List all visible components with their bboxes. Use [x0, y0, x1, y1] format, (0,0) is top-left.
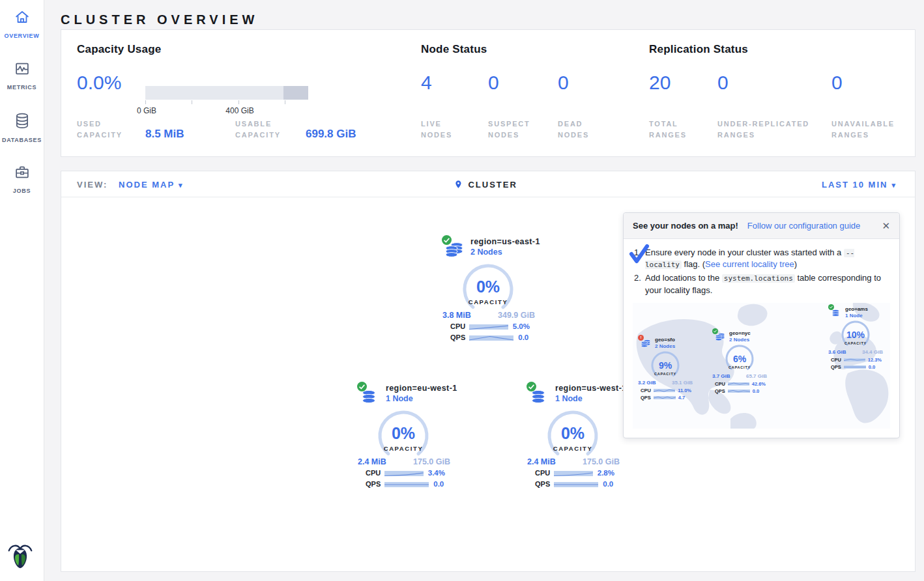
cockroach-logo[interactable]: [5, 541, 35, 571]
node-map-group-us-west-1[interactable]: region=us-west-1 1 Node 0% CAPACITY 2.4 …: [517, 384, 628, 492]
sidebar-item-databases[interactable]: DATABASES: [0, 112, 44, 145]
live-nodes-value: 4: [421, 72, 432, 94]
used-capacity-value: 8.5 MiB: [145, 128, 184, 141]
capacity-label: CAPACITY: [710, 365, 770, 369]
time-range-value: LAST 10 MIN: [822, 180, 888, 190]
capacity-used: 3.7 GiB: [712, 373, 730, 379]
step-text: Add locations to the system.locations ta…: [645, 272, 889, 296]
page-title: CLUSTER OVERVIEW: [61, 12, 258, 27]
qps-value: 0.0: [433, 480, 444, 488]
qps-sparkline: [469, 334, 513, 341]
node-count-link[interactable]: 1 Node: [555, 394, 627, 403]
capacity-total: 34.4 GiB: [862, 349, 883, 355]
cpu-label: CPU: [535, 469, 550, 477]
node-map-group-us-east-1[interactable]: region=us-east-1 2 Nodes 0% CAPACITY 3.8…: [433, 237, 543, 345]
region-label: region=us-west-1: [555, 384, 627, 393]
region-label: region=us-east-1: [470, 237, 540, 246]
node-count-link[interactable]: 1 Node: [386, 394, 457, 403]
cpu-value: 2.8%: [598, 469, 614, 477]
popup-header: See your nodes on a map! Follow our conf…: [624, 213, 899, 239]
under-replicated-label: UNDER-REPLICATED RANGES: [717, 119, 828, 141]
usable-capacity-value: 699.8 GiB: [306, 128, 356, 141]
close-icon[interactable]: ✕: [882, 220, 890, 232]
node-count: 1 Node: [845, 313, 868, 319]
cpu-value: 12.3%: [868, 357, 882, 363]
capacity-used: 3.8 MiB: [442, 311, 471, 320]
view-dropdown-value: NODE MAP: [119, 180, 175, 190]
blue-check-icon: [629, 244, 650, 264]
cpu-sparkline: [384, 470, 424, 477]
time-range-dropdown[interactable]: LAST 10 MIN▾: [822, 180, 897, 190]
cpu-sparkline: [469, 323, 508, 330]
region-label: geo=ams: [845, 306, 868, 312]
unavailable-label: UNAVAILABLE RANGES: [831, 119, 910, 141]
jobs-icon: [14, 164, 31, 180]
qps-label: QPS: [366, 480, 381, 488]
axis-tick-label: 0 GiB: [137, 106, 156, 115]
sidebar-item-label: OVERVIEW: [5, 33, 40, 39]
capacity-percent: 6%: [710, 354, 770, 364]
node-map-setup-popup: See your nodes on a map! Follow our conf…: [623, 212, 900, 438]
home-icon: [14, 9, 31, 25]
under-replicated-value: 0: [717, 72, 729, 94]
suspect-nodes-label: SUSPECT NODES: [488, 119, 543, 141]
axis-tick: [192, 100, 192, 104]
cpu-label: CPU: [831, 357, 841, 363]
qps-value: 0.0: [603, 480, 613, 488]
cpu-label: CPU: [641, 388, 651, 393]
locality-tree-link[interactable]: See current locality tree: [705, 259, 794, 269]
axis-tick: [285, 100, 285, 104]
cpu-sparkline: [654, 388, 675, 393]
region-label: region=eu-west-1: [386, 384, 457, 393]
view-dropdown[interactable]: NODE MAP▾: [119, 180, 184, 190]
capacity-used: 2.4 MiB: [527, 457, 556, 466]
example-node-map-image: ! geo=sfo 2 Nodes: [633, 303, 890, 429]
sidebar-item-label: METRICS: [7, 84, 36, 91]
status-healthy-icon: [442, 235, 452, 245]
capacity-used: 3.6 GiB: [828, 349, 846, 355]
cpu-label: CPU: [450, 322, 465, 330]
node-map-group-eu-west-1[interactable]: region=eu-west-1 1 Node 0% CAPACITY 2.4 …: [348, 384, 459, 492]
region-label: geo=nyc: [729, 330, 751, 336]
sidebar: OVERVIEW METRICS DATABASES JOBS: [0, 0, 44, 581]
capacity-percent: 0%: [517, 424, 628, 443]
total-ranges-value: 20: [649, 72, 671, 94]
capacity-label: CAPACITY: [433, 298, 543, 305]
sidebar-item-jobs[interactable]: JOBS: [0, 164, 44, 195]
dead-nodes-label: DEAD NODES: [558, 119, 603, 141]
axis-tick: [145, 100, 146, 104]
cpu-value: 5.0%: [513, 322, 530, 330]
capacity-label: CAPACITY: [348, 445, 459, 452]
dead-nodes-value: 0: [558, 72, 569, 94]
qps-label: QPS: [535, 480, 550, 488]
configuration-guide-link[interactable]: Follow our configuration guide: [747, 221, 860, 231]
node-count-link[interactable]: 2 Nodes: [470, 248, 540, 257]
cpu-label: CPU: [715, 381, 725, 387]
metrics-icon: [14, 61, 31, 77]
map-pin-icon: [454, 178, 463, 190]
live-nodes-label: LIVE NODES: [421, 119, 467, 141]
capacity-label: CAPACITY: [826, 341, 886, 345]
qps-value: 0.0: [518, 333, 528, 341]
capacity-usage-title: Capacity Usage: [77, 43, 161, 56]
axis-tick-label: 400 GiB: [225, 106, 253, 115]
step-text: Ensure every node in your cluster was st…: [645, 247, 889, 270]
qps-label: QPS: [450, 333, 465, 341]
axis-tick: [238, 100, 239, 104]
capacity-label: CAPACITY: [635, 372, 695, 376]
databases-icon: [14, 112, 31, 130]
qps-sparkline: [654, 395, 676, 400]
breadcrumb-label: CLUSTER: [468, 180, 517, 190]
sidebar-item-metrics[interactable]: METRICS: [0, 61, 44, 92]
region-label: geo=sfo: [655, 337, 675, 343]
breadcrumb-cluster[interactable]: CLUSTER: [454, 178, 517, 190]
node-count: 2 Nodes: [729, 337, 751, 343]
qps-sparkline: [554, 481, 598, 488]
status-healthy-icon: [712, 328, 718, 334]
node-count: 2 Nodes: [655, 343, 675, 349]
capacity-used: 2.4 MiB: [358, 457, 386, 466]
sidebar-item-overview[interactable]: OVERVIEW: [0, 9, 44, 40]
qps-sparkline: [384, 481, 429, 488]
setup-step-2: 2. Add locations to the system.locations…: [634, 272, 889, 296]
capacity-bar-reserved-segment: [283, 86, 308, 100]
